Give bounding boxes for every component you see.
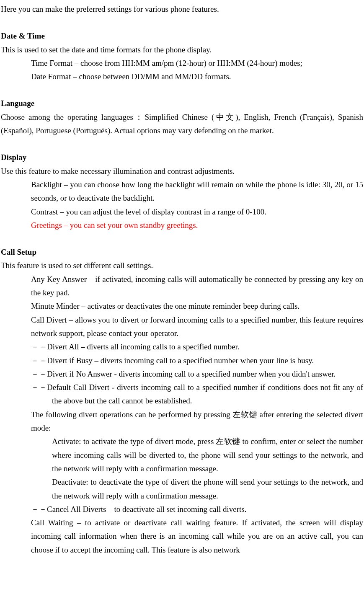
display-heading: Display xyxy=(1,151,363,164)
call-waiting-item: Call Waiting – to activate or deactivate… xyxy=(1,516,363,557)
any-key-answer-item: Any Key Answer – if activated, incoming … xyxy=(1,273,363,300)
display-desc: Use this feature to make necessary illum… xyxy=(1,165,363,178)
divert-operations-intro: The following divert operations can be p… xyxy=(1,408,363,435)
divert-if-busy-item: －－Divert if Busy – diverts incoming call… xyxy=(1,354,363,367)
language-heading: Language xyxy=(1,97,363,110)
deactivate-item: Deactivate: to deactivate the type of di… xyxy=(1,475,363,503)
language-desc: Choose among the operating languages：Sim… xyxy=(1,111,363,138)
call-setup-desc: This feature is used to set different ca… xyxy=(1,259,363,272)
divert-if-no-answer-item: －－Divert if No Answer - diverts incoming… xyxy=(1,367,363,381)
date-format-item: Date Format – choose between DD/MM and M… xyxy=(1,70,363,83)
date-time-heading: Date & Time xyxy=(1,29,363,43)
time-format-item: Time Format – choose from HH:MM am/pm (1… xyxy=(1,57,363,70)
call-setup-heading: Call Setup xyxy=(1,245,363,259)
date-time-desc: This is used to set the date and time fo… xyxy=(1,43,363,57)
cancel-all-diverts-item: －－Cancel All Diverts – to deactivate all… xyxy=(1,503,363,516)
activate-item: Activate: to activate the type of divert… xyxy=(1,435,363,475)
divert-all-item: －－Divert All – diverts all incoming call… xyxy=(1,340,363,354)
call-divert-item: Call Divert – allows you to divert or fo… xyxy=(1,313,363,341)
minute-minder-item: Minute Minder – activates or deactivates… xyxy=(1,300,363,313)
default-call-divert-item: －－Default Call Divert - diverts incoming… xyxy=(1,381,363,408)
contrast-item: Contrast – you can adjust the level of d… xyxy=(1,205,363,219)
backlight-item: Backlight – you can choose how long the … xyxy=(1,178,363,205)
greetings-item: Greetings – you can set your own standby… xyxy=(1,219,363,232)
intro-text: Here you can make the preferred settings… xyxy=(1,3,363,16)
